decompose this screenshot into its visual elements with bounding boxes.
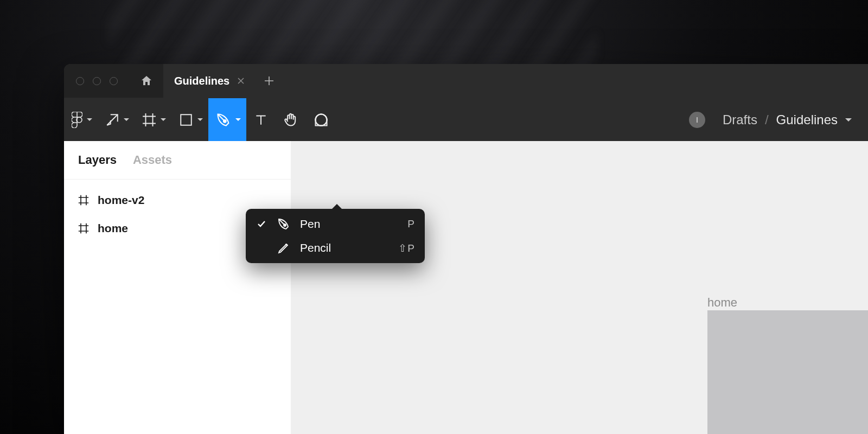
sidebar-tab-assets[interactable]: Assets	[133, 153, 172, 167]
breadcrumb-separator: /	[765, 112, 769, 127]
canvas-frame-label[interactable]: home	[707, 296, 737, 310]
tab-guidelines[interactable]: Guidelines	[163, 64, 256, 98]
chevron-down-icon	[197, 118, 203, 121]
layer-name: home	[98, 222, 128, 235]
canvas-frame[interactable]	[707, 310, 868, 434]
layer-name: home-v2	[98, 194, 144, 207]
sidebar-tabs: Layers Assets	[64, 141, 291, 180]
svg-point-4	[284, 224, 286, 226]
frame-icon	[78, 223, 89, 234]
text-icon	[254, 113, 268, 127]
plus-icon	[264, 76, 274, 86]
breadcrumb-file[interactable]: Guidelines	[776, 112, 838, 127]
close-icon	[237, 77, 245, 85]
new-tab-button[interactable]	[256, 64, 283, 98]
dropdown-item-pen[interactable]: Pen P	[246, 212, 425, 236]
dropdown-item-shortcut: ⇧P	[398, 242, 415, 254]
tool-comment[interactable]	[306, 98, 336, 141]
tab-label: Guidelines	[174, 75, 229, 87]
chevron-down-icon	[124, 118, 129, 121]
dropdown-item-shortcut: P	[407, 218, 415, 230]
tool-frame[interactable]	[135, 98, 171, 141]
traffic-close[interactable]	[76, 77, 84, 85]
tool-text[interactable]	[246, 98, 276, 141]
pencil-icon	[276, 241, 291, 254]
traffic-minimize[interactable]	[93, 77, 101, 85]
tool-hand[interactable]	[276, 98, 306, 141]
pen-icon	[216, 112, 231, 127]
pen-icon	[276, 218, 291, 231]
tool-pen[interactable]	[208, 98, 246, 141]
app-window: Guidelines	[64, 64, 868, 434]
breadcrumb: I Drafts / Guidelines	[689, 98, 868, 141]
pen-tool-dropdown: Pen P Pencil ⇧P	[246, 209, 425, 263]
canvas[interactable]: home	[291, 141, 868, 434]
home-icon	[140, 74, 153, 87]
avatar-initial: I	[696, 116, 698, 124]
chevron-down-icon[interactable]	[845, 118, 852, 122]
svg-point-2	[224, 120, 226, 123]
tool-shape[interactable]	[171, 98, 208, 141]
titlebar: Guidelines	[64, 64, 868, 98]
breadcrumb-location[interactable]: Drafts	[723, 112, 757, 127]
traffic-zoom[interactable]	[110, 77, 118, 85]
comment-icon	[314, 112, 329, 127]
workspace: Layers Assets home-v2 home home	[64, 141, 868, 434]
avatar[interactable]: I	[689, 112, 705, 128]
tool-move[interactable]	[98, 98, 135, 141]
chevron-down-icon	[235, 118, 241, 121]
tab-close-button[interactable]	[237, 77, 245, 85]
window-traffic-lights	[64, 64, 130, 98]
hand-icon	[283, 112, 298, 127]
dropdown-item-label: Pencil	[300, 241, 390, 254]
frame-icon	[78, 195, 89, 206]
figma-logo-icon	[72, 112, 82, 128]
svg-rect-1	[181, 114, 192, 125]
chevron-down-icon	[87, 118, 92, 121]
check-icon	[256, 220, 267, 228]
frame-icon	[142, 113, 156, 127]
tool-figma-menu[interactable]	[64, 98, 98, 141]
home-button[interactable]	[130, 64, 163, 98]
dropdown-item-pencil[interactable]: Pencil ⇧P	[246, 236, 425, 260]
dropdown-item-label: Pen	[300, 218, 399, 231]
toolbar: I Drafts / Guidelines	[64, 98, 868, 141]
sidebar: Layers Assets home-v2 home	[64, 141, 291, 434]
sidebar-tab-layers[interactable]: Layers	[78, 153, 117, 167]
rectangle-icon	[179, 113, 193, 127]
chevron-down-icon	[161, 118, 166, 121]
move-icon	[105, 113, 119, 127]
